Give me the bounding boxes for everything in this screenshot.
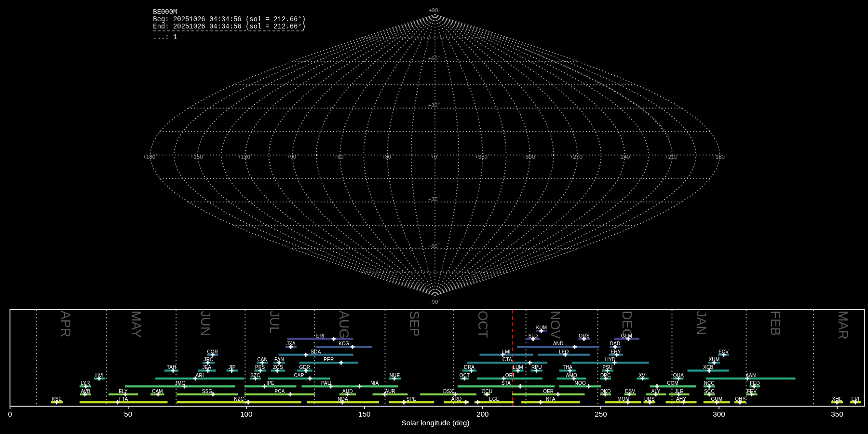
svg-text:MON: MON bbox=[618, 396, 629, 402]
svg-text:DSX: DSX bbox=[443, 389, 453, 394]
svg-text:End: 20251026 04:34:56 (sol =: End: 20251026 04:34:56 (sol = 212.66°) bbox=[153, 23, 306, 30]
svg-text:XUM: XUM bbox=[708, 357, 719, 362]
svg-text:LYR: LYR bbox=[81, 380, 90, 386]
svg-text:XVI: XVI bbox=[639, 373, 647, 378]
svg-text:DRA: DRA bbox=[464, 365, 475, 370]
svg-text:Solar longitude (deg): Solar longitude (deg) bbox=[402, 419, 470, 427]
svg-text:EVI: EVI bbox=[852, 396, 860, 402]
svg-text:ORS: ORS bbox=[579, 333, 589, 339]
svg-text:PCA: PCA bbox=[274, 389, 285, 394]
svg-text:300: 300 bbox=[713, 410, 725, 418]
svg-text:RPU: RPU bbox=[531, 365, 542, 370]
svg-text:ECV: ECV bbox=[719, 349, 729, 354]
svg-text:SPE: SPE bbox=[407, 396, 417, 402]
svg-text:0: 0 bbox=[8, 410, 12, 418]
svg-text:PSU: PSU bbox=[602, 365, 612, 370]
svg-text:APR: APR bbox=[58, 311, 73, 337]
svg-text:CQR: CQR bbox=[207, 349, 218, 354]
svg-text:FTA: FTA bbox=[119, 396, 128, 402]
svg-text:100: 100 bbox=[240, 410, 252, 418]
svg-text:LMI: LMI bbox=[502, 349, 510, 354]
svg-text:AUG: AUG bbox=[337, 311, 351, 339]
svg-text:150: 150 bbox=[358, 410, 370, 418]
svg-text:AUR: AUR bbox=[385, 389, 395, 394]
svg-text:FED: FED bbox=[750, 380, 760, 386]
svg-text:JIP: JIP bbox=[229, 365, 236, 370]
svg-text:50: 50 bbox=[124, 410, 132, 418]
svg-text:IPE: IPE bbox=[267, 380, 275, 386]
svg-text:JXA: JXA bbox=[286, 341, 296, 346]
svg-text:EHY: EHY bbox=[610, 349, 621, 354]
svg-text:NZC: NZC bbox=[234, 396, 244, 402]
svg-text:PER: PER bbox=[324, 357, 334, 362]
svg-text:NIA: NIA bbox=[370, 380, 379, 386]
svg-text:NCC: NCC bbox=[704, 380, 715, 386]
svg-text:JEA: JEA bbox=[202, 365, 211, 370]
svg-text:250: 250 bbox=[595, 410, 607, 418]
svg-text:ARD: ARD bbox=[451, 396, 462, 402]
svg-text:KSE: KSE bbox=[52, 396, 62, 402]
svg-text:ELY: ELY bbox=[119, 389, 128, 394]
svg-text:350: 350 bbox=[831, 410, 843, 418]
svg-text:OER: OER bbox=[543, 389, 554, 394]
svg-text:GUM: GUM bbox=[711, 396, 722, 402]
svg-text:XHE: XHE bbox=[832, 396, 842, 402]
svg-text:GDR: GDR bbox=[299, 365, 310, 370]
svg-text:JRC: JRC bbox=[204, 357, 214, 362]
svg-text:AND: AND bbox=[553, 341, 564, 346]
svg-text:KUM: KUM bbox=[536, 325, 547, 330]
svg-text:JAN: JAN bbox=[694, 311, 708, 335]
svg-text:ZCS: ZCS bbox=[273, 365, 283, 370]
svg-text:NUE: NUE bbox=[390, 373, 400, 378]
svg-text:AAN: AAN bbox=[746, 373, 756, 378]
svg-text:SCC: SCC bbox=[704, 389, 715, 394]
svg-text:PAU: PAU bbox=[321, 380, 331, 386]
svg-text:FEV: FEV bbox=[747, 389, 757, 394]
svg-text:HVI: HVI bbox=[95, 373, 104, 378]
svg-text:ALY: ALY bbox=[651, 389, 661, 394]
svg-text:DSV: DSV bbox=[625, 389, 635, 394]
svg-text:JMC: JMC bbox=[175, 380, 185, 386]
svg-text:BE000M: BE000M bbox=[153, 8, 177, 16]
svg-text:COM: COM bbox=[667, 380, 678, 386]
svg-text:ERI: ERI bbox=[316, 333, 325, 339]
svg-text:CAP: CAP bbox=[294, 373, 304, 378]
svg-text:HYD: HYD bbox=[605, 357, 616, 362]
svg-text:NOV: NOV bbox=[548, 311, 562, 339]
svg-text:AMO: AMO bbox=[566, 373, 577, 378]
svg-text:URS: URS bbox=[644, 396, 655, 402]
svg-text:NTA: NTA bbox=[546, 396, 556, 402]
svg-text:DKD: DKD bbox=[600, 389, 611, 394]
svg-text:Beg: 20251026 04:34:56 (sol =: Beg: 20251026 04:34:56 (sol = 212.66°) bbox=[153, 15, 306, 23]
svg-text:NDA: NDA bbox=[338, 396, 348, 402]
svg-text:XCB: XCB bbox=[703, 365, 713, 370]
svg-text:CAM: CAM bbox=[152, 389, 163, 394]
svg-text:OCT: OCT bbox=[475, 311, 490, 338]
svg-text:STA: STA bbox=[502, 380, 511, 386]
svg-text:MAY: MAY bbox=[129, 311, 143, 338]
svg-text:AVB: AVB bbox=[81, 389, 91, 394]
svg-text:SLD: SLD bbox=[529, 333, 538, 339]
svg-text:TAH: TAH bbox=[167, 365, 176, 370]
svg-text:AHY: AHY bbox=[676, 396, 686, 402]
svg-text:SZC: SZC bbox=[250, 373, 260, 378]
svg-text:...: 1: ...: 1 bbox=[153, 33, 177, 41]
svg-text:JUL: JUL bbox=[267, 311, 282, 334]
svg-text:ARI: ARI bbox=[196, 373, 204, 378]
svg-text:OHY: OHY bbox=[735, 396, 746, 402]
svg-text:FAN: FAN bbox=[274, 357, 284, 362]
svg-text:ORI: ORI bbox=[505, 373, 514, 378]
svg-text:GEM: GEM bbox=[621, 333, 632, 339]
svg-text:NOO: NOO bbox=[575, 380, 586, 386]
svg-text:SDA: SDA bbox=[311, 349, 321, 354]
svg-text:JUN: JUN bbox=[198, 311, 213, 336]
svg-text:FEB: FEB bbox=[768, 311, 783, 336]
svg-text:CAN: CAN bbox=[257, 357, 268, 362]
svg-text:CTA: CTA bbox=[502, 357, 512, 362]
svg-text:200: 200 bbox=[476, 410, 488, 418]
svg-text:SEP: SEP bbox=[407, 311, 421, 337]
svg-text:KCG: KCG bbox=[339, 341, 349, 346]
svg-text:THA: THA bbox=[563, 365, 573, 370]
svg-text:SSG: SSG bbox=[202, 389, 213, 394]
svg-text:EGE: EGE bbox=[489, 396, 500, 402]
